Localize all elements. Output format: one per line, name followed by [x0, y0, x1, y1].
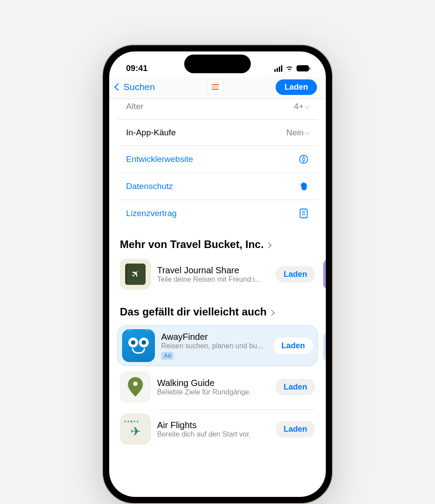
svg-rect-1 — [300, 209, 307, 218]
section-header-more[interactable]: Mehr von Travel Bucket, Inc. — [109, 227, 326, 255]
developer-website-label: Entwicklerwebsite — [126, 154, 193, 164]
developer-website-link[interactable]: Entwicklerwebsite — [117, 146, 318, 173]
wifi-icon — [285, 65, 294, 72]
app-icon-walking-guide — [120, 371, 151, 402]
app-badge-icon — [207, 79, 223, 95]
get-button-air[interactable]: Laden — [276, 421, 315, 437]
chevron-right-icon — [265, 242, 272, 248]
get-button[interactable]: Laden — [276, 79, 317, 95]
app-subtitle: Reisen suchen, planen und bu... — [161, 342, 267, 350]
section-title-more: Mehr von Travel Bucket, Inc. — [120, 238, 264, 251]
app-icon-awayfinder — [122, 329, 155, 362]
chevron-left-icon — [115, 83, 122, 91]
app-title: Travel Journal Share — [157, 265, 269, 276]
get-button-journal[interactable]: Laden — [276, 266, 315, 283]
privacy-label: Datenschutz — [126, 181, 173, 191]
app-subtitle: Teile deine Reisen mit Freund:i... — [157, 276, 269, 284]
info-row-age[interactable]: Alter 4+ — [117, 99, 318, 120]
get-button-awayfinder[interactable]: Laden — [273, 338, 313, 354]
app-title: AwayFinder — [161, 332, 267, 342]
compass-icon — [298, 154, 309, 165]
section-header-also[interactable]: Das gefällt dir vielleicht auch — [109, 294, 326, 323]
app-item-awayfinder-ad[interactable]: AwayFinder Reisen suchen, planen und bu.… — [117, 325, 318, 366]
age-label: Alter — [126, 102, 143, 111]
app-item-walking-guide[interactable]: Walking Guide Beliebte Ziele für Rundgän… — [109, 368, 326, 407]
get-button-walking[interactable]: Laden — [276, 379, 315, 395]
privacy-link[interactable]: Datenschutz — [117, 173, 318, 200]
hand-icon — [298, 181, 309, 192]
screen: 09:41 Suchen Laden Alte — [109, 51, 326, 497]
phone-frame: 09:41 Suchen Laden Alte — [102, 44, 333, 504]
chevron-down-icon — [304, 103, 309, 108]
nav-bar: Suchen Laden — [109, 77, 326, 99]
app-title: Air Flights — [157, 420, 269, 430]
iap-value: Nein — [286, 128, 309, 138]
cellular-icon — [274, 65, 283, 72]
info-row-iap[interactable]: In-App-Käufe Nein — [117, 120, 318, 146]
license-label: Lizenzvertrag — [126, 209, 177, 218]
app-icon-air-flights: ✈ — [120, 413, 151, 445]
age-value: 4+ — [294, 102, 309, 111]
status-bar: 09:41 — [109, 51, 326, 77]
app-title: Walking Guide — [157, 378, 269, 388]
chevron-right-icon — [269, 309, 275, 315]
document-icon — [298, 208, 309, 219]
scroll-content[interactable]: Alter 4+ In-App-Käufe Nein Entwicklerweb… — [109, 99, 326, 496]
chevron-down-icon — [304, 130, 309, 134]
license-link[interactable]: Lizenzvertrag — [117, 200, 318, 227]
app-item-travel-journal[interactable]: ✈ Travel Journal Share Teile deine Reise… — [109, 255, 326, 294]
battery-icon — [297, 65, 309, 71]
section-title-also: Das gefällt dir vielleicht auch — [120, 306, 267, 318]
app-icon-travel-journal: ✈ — [120, 259, 151, 290]
app-subtitle: Beliebte Ziele für Rundgänge. — [157, 388, 269, 396]
app-item-air-flights[interactable]: ✈ Air Flights Bereite dich auf den Start… — [109, 410, 326, 449]
back-label: Suchen — [123, 82, 155, 92]
iap-label: In-App-Käufe — [126, 128, 176, 138]
status-indicators — [274, 65, 309, 72]
app-subtitle: Bereite dich auf den Start vor. — [157, 430, 269, 438]
status-time: 09:41 — [126, 63, 148, 73]
back-button[interactable]: Suchen — [115, 82, 155, 92]
ad-badge: Ad — [161, 352, 174, 360]
